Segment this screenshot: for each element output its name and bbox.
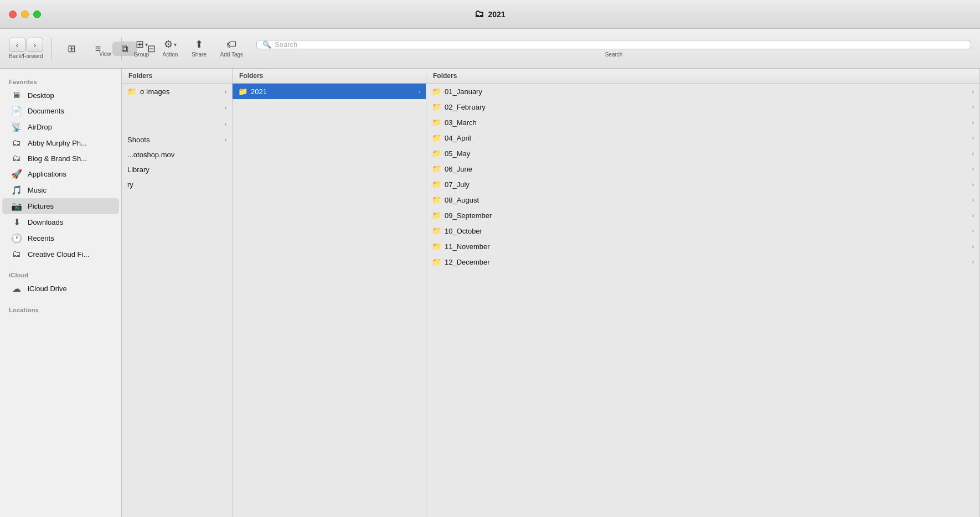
sidebar-label-creative-cloud: Creative Cloud Fi... <box>28 250 89 258</box>
col1-item-blank1[interactable]: › <box>122 99 232 116</box>
music-icon: 🎵 <box>11 185 22 195</box>
favorites-header: Favorites <box>0 75 121 87</box>
applications-icon: 🚀 <box>11 169 22 179</box>
back-forward-label: Back/Forward <box>9 53 43 59</box>
col3-item-12-december[interactable]: 📁 12_December › <box>426 254 979 270</box>
col3-item-08-august[interactable]: 📁 08_August › <box>426 192 979 208</box>
sidebar-item-creative-cloud[interactable]: 🗂 Creative Cloud Fi... <box>2 246 119 262</box>
arrow-icon: › <box>972 104 974 110</box>
arrow-icon: › <box>225 121 226 127</box>
maximize-button[interactable] <box>33 11 41 18</box>
item-label: 08_August <box>445 196 969 204</box>
arrow-icon: › <box>972 89 974 95</box>
sidebar-label-blog-brand: Blog & Brand Sh... <box>28 154 87 163</box>
item-label: 07_July <box>445 180 969 189</box>
view-icon-button[interactable]: ⊞ <box>59 42 84 56</box>
arrow-icon: › <box>972 259 974 265</box>
forward-button[interactable]: › <box>27 38 43 52</box>
close-button[interactable] <box>9 11 17 18</box>
col3-item-05-may[interactable]: 📁 05_May › <box>426 146 979 161</box>
col1-item-blank2[interactable]: › <box>122 116 232 132</box>
sidebar-label-recents: Recents <box>28 234 54 242</box>
col1-item-shoots[interactable]: Shoots › <box>122 132 232 147</box>
sidebar-label-abby-murphy: Abby Murphy Ph... <box>28 139 87 147</box>
back-forward-group: ‹ › Back/Forward <box>9 38 43 59</box>
minimize-button[interactable] <box>21 11 29 18</box>
group-icon: ⊞ <box>136 39 144 49</box>
folder-icon: 📁 <box>432 211 441 220</box>
item-label: ...otoshop.mov <box>127 151 226 159</box>
folder-icon: 📁 <box>432 257 441 266</box>
airdrop-icon: 📡 <box>11 122 22 132</box>
item-label: 10_October <box>445 227 969 235</box>
pictures-icon: 📷 <box>11 201 22 211</box>
add-tags-button[interactable]: 🏷 Add Tags <box>216 37 248 60</box>
sidebar-item-airdrop[interactable]: 📡 AirDrop <box>2 119 119 135</box>
action-button[interactable]: ⚙ ▾ Action <box>158 37 183 60</box>
column-1: Folders 📁 o Images › › › Shoots › <box>122 69 233 517</box>
col3-item-01-january[interactable]: 📁 01_January › <box>426 84 979 99</box>
col3-item-02-february[interactable]: 📁 02_February › <box>426 99 979 115</box>
group-button[interactable]: ⊞ ▾ Group <box>130 37 154 60</box>
item-label: 2021 <box>251 87 415 96</box>
arrow-icon: › <box>972 244 974 250</box>
icon-grid-view: ⊞ <box>68 44 76 54</box>
col3-item-11-november[interactable]: 📁 11_November › <box>426 239 979 254</box>
col3-item-10-october[interactable]: 📁 10_October › <box>426 223 979 239</box>
sidebar-item-music[interactable]: 🎵 Music <box>2 182 119 198</box>
col1-item-photoshop[interactable]: ...otoshop.mov <box>122 147 232 162</box>
item-label: Shoots <box>127 136 221 144</box>
main-content: Favorites 🖥 Desktop 📄 Documents 📡 AirDro… <box>0 69 980 517</box>
search-icon: 🔍 <box>262 40 271 49</box>
sidebar-item-icloud-drive[interactable]: ☁ iCloud Drive <box>2 281 119 297</box>
sidebar-label-music: Music <box>28 186 47 194</box>
col2-item-2021[interactable]: 📁 2021 › <box>233 84 426 99</box>
sidebar-item-desktop[interactable]: 🖥 Desktop <box>2 87 119 103</box>
back-button[interactable]: ‹ <box>9 38 25 52</box>
share-button[interactable]: ⬆ Share <box>187 37 212 60</box>
folder-icon: 📁 <box>432 118 441 127</box>
sidebar-item-applications[interactable]: 🚀 Applications <box>2 166 119 182</box>
folder-icon: 📁 <box>432 180 441 189</box>
col1-item-ry[interactable]: ry <box>122 177 232 192</box>
col3-items: 📁 01_January › 📁 02_February › 📁 03_Marc… <box>426 84 979 517</box>
arrow-icon: › <box>225 105 226 111</box>
recents-icon: 🕐 <box>11 233 22 244</box>
locations-header: Locations <box>0 303 121 316</box>
documents-icon: 📄 <box>11 106 22 116</box>
icon-column-view: ⧉ <box>121 44 128 54</box>
search-bar[interactable]: 🔍 Search <box>256 40 971 49</box>
item-label: 04_April <box>445 134 969 142</box>
sidebar-item-recents[interactable]: 🕐 Recents <box>2 230 119 246</box>
arrow-icon: › <box>972 182 974 188</box>
sidebar-label-documents: Documents <box>28 107 64 115</box>
col3-item-03-march[interactable]: 📁 03_March › <box>426 115 979 130</box>
sidebar-label-desktop: Desktop <box>28 91 54 100</box>
arrow-icon: › <box>972 197 974 203</box>
col3-item-07-july[interactable]: 📁 07_July › <box>426 177 979 192</box>
col1-item-photo-images[interactable]: 📁 o Images › <box>122 84 232 99</box>
sidebar-label-airdrop: AirDrop <box>28 123 52 131</box>
col3-item-04-april[interactable]: 📁 04_April › <box>426 130 979 146</box>
sidebar-item-blog-brand[interactable]: 🗂 Blog & Brand Sh... <box>2 151 119 166</box>
column-2: Folders 📁 2021 › <box>233 69 426 517</box>
folder-icon: 📁 <box>432 242 441 251</box>
column-browser: Folders 📁 o Images › › › Shoots › <box>122 69 980 517</box>
col1-item-library[interactable]: Library <box>122 162 232 177</box>
share-icon: ⬆ <box>195 39 203 49</box>
sidebar-item-abby-murphy[interactable]: 🗂 Abby Murphy Ph... <box>2 135 119 151</box>
icloud-drive-icon: ☁ <box>11 283 22 294</box>
sidebar-label-downloads: Downloads <box>28 218 63 226</box>
share-label: Share <box>192 51 207 58</box>
sidebar-item-pictures[interactable]: 📷 Pictures <box>2 198 119 214</box>
action-icon: ⚙ <box>164 39 173 49</box>
col3-item-09-september[interactable]: 📁 09_September › <box>426 208 979 223</box>
view-section: ⊞ ≡ ⧉ ⊟ View <box>59 42 114 56</box>
col3-item-06-june[interactable]: 📁 06_June › <box>426 161 979 177</box>
blog-brand-icon: 🗂 <box>11 153 22 163</box>
toolbar-divider-1 <box>51 38 51 60</box>
sidebar-item-documents[interactable]: 📄 Documents <box>2 103 119 119</box>
folder-icon: 📁 <box>432 195 441 204</box>
sidebar-item-downloads[interactable]: ⬇ Downloads <box>2 214 119 230</box>
item-label: Library <box>127 166 226 174</box>
